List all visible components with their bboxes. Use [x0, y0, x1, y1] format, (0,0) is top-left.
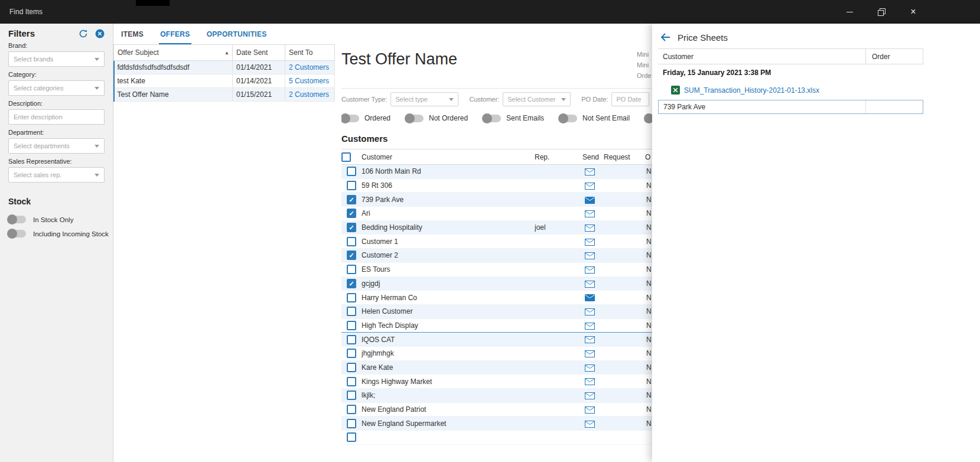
toggle-switch[interactable]	[483, 115, 501, 122]
unchecked-checkbox[interactable]	[347, 293, 356, 302]
send-email-icon[interactable]	[585, 239, 595, 246]
toggle-switch[interactable]	[8, 230, 26, 237]
unchecked-checkbox[interactable]	[347, 419, 356, 428]
send-email-icon[interactable]	[585, 197, 595, 204]
send-email-icon[interactable]	[585, 336, 595, 343]
customer-row[interactable]: ✓Customer 2N	[341, 249, 683, 263]
clear-filters-icon[interactable]	[95, 29, 105, 38]
brand-select[interactable]: Select brands	[8, 51, 105, 67]
customer-row[interactable]: Customer 1N	[341, 235, 683, 249]
sent-to-link[interactable]: 2 Customers	[289, 63, 329, 71]
customer-row[interactable]: IQOS CATN	[341, 333, 683, 347]
price-sheet-customer-row[interactable]: 739 Park Ave	[658, 100, 923, 114]
customer-row[interactable]: 59 Rt 306N	[341, 178, 683, 193]
col-customer[interactable]: Customer	[362, 149, 535, 165]
customer-row[interactable]: Kings Highway MarketN	[341, 375, 683, 389]
customer-row[interactable]	[341, 431, 683, 445]
unchecked-checkbox[interactable]	[347, 181, 356, 190]
tab-opportunities[interactable]: OPPORTUNITIES	[207, 24, 267, 44]
toggle-switch[interactable]	[406, 115, 424, 122]
checked-checkbox[interactable]: ✓	[347, 250, 356, 260]
customer-row[interactable]: ✓AriN	[341, 207, 683, 221]
customer-row[interactable]: New England PatriotN	[341, 402, 683, 417]
sales-rep-select[interactable]: Select sales rep.	[8, 167, 105, 183]
unchecked-checkbox[interactable]	[347, 237, 356, 246]
checked-checkbox[interactable]: ✓	[347, 209, 356, 218]
toggle-switch[interactable]	[341, 115, 359, 122]
col-date-sent[interactable]: Date Sent	[233, 45, 285, 61]
sent-to-link[interactable]: 2 Customers	[289, 90, 329, 99]
customer-select[interactable]: Select Customer	[503, 92, 571, 106]
send-email-icon[interactable]	[585, 406, 595, 414]
category-select[interactable]: Select categories	[8, 80, 105, 96]
checked-checkbox[interactable]: ✓	[347, 223, 356, 232]
send-email-icon[interactable]	[585, 168, 595, 175]
price-sheet-file-row[interactable]: SUM_Transaction_History-2021-01-13.xlsx	[658, 80, 923, 100]
send-email-icon[interactable]	[585, 308, 595, 315]
customer-row[interactable]: New England SupermarketN	[341, 417, 683, 431]
customer-row[interactable]: Helen CustomerN	[341, 304, 683, 318]
po-date-input[interactable]: PO Date	[611, 92, 649, 106]
unchecked-checkbox[interactable]	[347, 391, 356, 400]
unchecked-checkbox[interactable]	[347, 335, 356, 344]
checked-checkbox[interactable]: ✓	[347, 195, 356, 204]
price-sheet-file-link[interactable]: SUM_Transaction_History-2021-01-13.xlsx	[684, 86, 819, 95]
send-email-icon[interactable]	[585, 323, 595, 330]
send-email-icon[interactable]	[585, 378, 595, 385]
col-ps-order[interactable]: Order	[865, 49, 923, 64]
unchecked-checkbox[interactable]	[347, 307, 356, 316]
send-email-icon[interactable]	[585, 210, 595, 217]
unchecked-checkbox[interactable]	[347, 167, 356, 176]
unchecked-checkbox[interactable]	[347, 321, 356, 330]
unchecked-checkbox[interactable]	[347, 349, 356, 358]
unchecked-checkbox[interactable]	[347, 265, 356, 274]
toggle-switch[interactable]	[8, 216, 26, 223]
sent-to-link[interactable]: 5 Customers	[289, 77, 329, 85]
checked-checkbox[interactable]: ✓	[347, 279, 356, 288]
customer-row[interactable]: ✓gcjgdjN	[341, 276, 683, 291]
unchecked-checkbox[interactable]	[347, 377, 356, 386]
col-send[interactable]: Send	[580, 149, 604, 165]
select-all-checkbox[interactable]	[341, 152, 351, 162]
customer-row[interactable]: lkjlk;N	[341, 389, 683, 403]
send-email-icon[interactable]	[585, 392, 595, 399]
tab-items[interactable]: ITEMS	[121, 24, 144, 44]
col-ps-customer[interactable]: Customer	[658, 49, 865, 64]
col-request[interactable]: Request	[604, 149, 645, 165]
send-email-icon[interactable]	[585, 252, 595, 259]
tab-offers[interactable]: OFFERS	[160, 24, 190, 44]
refresh-filters-icon[interactable]	[79, 29, 88, 38]
unchecked-checkbox[interactable]	[347, 432, 356, 442]
department-select[interactable]: Select departments	[8, 138, 105, 154]
unchecked-checkbox[interactable]	[347, 363, 356, 372]
back-arrow-icon[interactable]	[660, 33, 670, 41]
customer-row[interactable]: ✓739 Park AveN	[341, 193, 683, 207]
toggle-switch[interactable]	[559, 115, 577, 122]
minimize-button[interactable]	[834, 0, 865, 24]
customer-row[interactable]: Harry Herman CoN	[341, 291, 683, 305]
send-email-icon[interactable]	[585, 365, 595, 372]
customer-row[interactable]: ✓Bedding HospitalityjoelN	[341, 220, 683, 235]
customer-row[interactable]: ES ToursN	[341, 262, 683, 276]
description-input[interactable]: Enter description	[8, 109, 105, 125]
col-rep[interactable]: Rep.	[535, 149, 580, 165]
send-email-icon[interactable]	[585, 294, 595, 301]
customer-row[interactable]: Kare KateN	[341, 360, 683, 375]
col-sent-to[interactable]: Sent To	[285, 45, 335, 61]
offer-row[interactable]: Test Offer Name01/15/20212 Customers	[114, 88, 335, 102]
offer-row[interactable]: fdfdsfdsfsdfsdfsdfsdsdf01/14/20212 Custo…	[114, 61, 335, 74]
restore-button[interactable]	[865, 0, 897, 24]
customer-row[interactable]: jhgjhmhgkN	[341, 346, 683, 360]
send-email-icon[interactable]	[585, 350, 595, 357]
send-email-icon[interactable]	[585, 281, 595, 288]
send-email-icon[interactable]	[585, 225, 595, 232]
customer-type-select[interactable]: Select type	[390, 92, 458, 106]
send-email-icon[interactable]	[585, 421, 595, 428]
close-button[interactable]: ×	[897, 0, 929, 24]
unchecked-checkbox[interactable]	[347, 405, 356, 414]
send-email-icon[interactable]	[585, 183, 595, 190]
send-email-icon[interactable]	[585, 266, 595, 274]
customer-row[interactable]: High Tech DisplayN	[341, 318, 683, 333]
customer-row[interactable]: 106 North Main RdN	[341, 165, 683, 179]
offer-row[interactable]: test Kate01/14/20215 Customers	[114, 74, 335, 88]
